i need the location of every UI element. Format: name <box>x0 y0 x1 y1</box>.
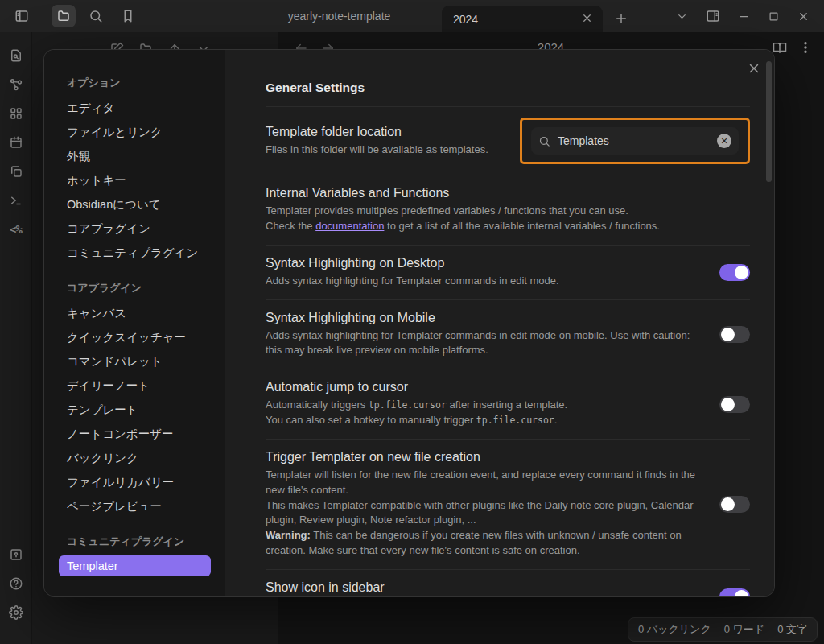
code-tp-file-cursor: tp.file.cursor <box>369 399 447 411</box>
sidebar-item-hotkeys[interactable]: ホットキー <box>59 169 211 192</box>
sidebar-item-templates[interactable]: テンプレート <box>59 398 211 422</box>
auto-jump-toggle[interactable] <box>719 396 750 413</box>
sidebar-item-community-plugins[interactable]: コミュニティプラグイン <box>59 242 211 265</box>
window-maximize-icon[interactable] <box>768 10 780 23</box>
sidebar-item-about[interactable]: Obsidianについて <box>59 193 211 217</box>
desc-text: This makes Templater compatible with oth… <box>266 499 694 526</box>
desc-text: Automatically triggers <box>266 398 369 411</box>
ribbon: <% <box>0 32 32 644</box>
sidebar-item-daily-notes[interactable]: デイリーノート <box>59 374 211 398</box>
setting-desc: Adds syntax highlighting for Templater c… <box>266 274 559 289</box>
setting-desc-line2-post: to get a list of all the available inter… <box>384 220 660 232</box>
sidebar-item-appearance[interactable]: 外観 <box>59 145 211 168</box>
reading-mode-icon[interactable] <box>772 40 787 55</box>
window-minimize-icon[interactable] <box>738 10 750 23</box>
search-icon <box>538 135 550 147</box>
desc-text: Templater will listen for the new file c… <box>266 469 695 496</box>
clear-input-icon[interactable]: ✕ <box>717 134 731 148</box>
setting-name: Syntax Highlighting on Mobile <box>266 311 700 325</box>
setting-syntax-mobile: Syntax Highlighting on Mobile Adds synta… <box>266 299 750 369</box>
tab-bar: yearly-note-template 2024 <box>237 0 676 32</box>
section-header-community-plugins: コミュニティプラグイン <box>59 535 211 549</box>
titlebar: yearly-note-template 2024 <box>0 0 824 32</box>
templates-copy-icon[interactable] <box>7 163 25 180</box>
file-search-icon[interactable] <box>7 47 25 64</box>
setting-name: Template folder location <box>266 125 488 139</box>
status-bar: 0 バックリンク 0 ワード 0 文字 <box>628 617 818 642</box>
settings-modal: オプション エディタ ファイルとリンク 外観 ホットキー Obsidianについ… <box>44 50 774 596</box>
sidebar-item-core-plugins[interactable]: コアプラグイン <box>59 217 211 241</box>
warning-text: This can be dangerous if you create new … <box>266 529 682 556</box>
sidebar-item-canvas[interactable]: キャンバス <box>59 302 211 325</box>
warning-label: Warning: <box>266 529 311 541</box>
setting-internal-variables: Internal Variables and Functions Templat… <box>266 175 750 245</box>
setting-show-icon-sidebar: Show icon in sidebar Show Templater icon… <box>266 569 750 596</box>
search-tab-icon[interactable] <box>84 5 108 27</box>
help-icon[interactable] <box>7 575 25 592</box>
desc-text: You can also set a hotkey to manually tr… <box>266 414 476 426</box>
tab-label: 2024 <box>453 13 478 26</box>
trigger-new-file-toggle[interactable] <box>719 496 750 513</box>
daily-note-calendar-icon[interactable] <box>7 134 25 151</box>
sidebar-item-file-recovery[interactable]: ファイルリカバリー <box>59 471 211 494</box>
sidebar-item-editor[interactable]: エディタ <box>59 97 211 120</box>
canvas-icon[interactable] <box>7 105 25 122</box>
desc-text: . <box>554 414 558 426</box>
left-sidebar-toggle-icon[interactable] <box>10 5 34 27</box>
setting-template-folder: Template folder location Files in this f… <box>266 106 750 175</box>
files-tab-icon[interactable] <box>52 5 76 27</box>
vault-switcher-icon[interactable] <box>7 546 25 564</box>
setting-name: Show icon in sidebar <box>266 580 672 595</box>
section-header-core-plugins: コアプラグイン <box>59 281 211 295</box>
settings-sidebar: オプション エディタ ファイルとリンク 外観 ホットキー Obsidianについ… <box>44 50 225 596</box>
sidebar-item-templater[interactable]: Templater <box>59 555 211 576</box>
setting-name: Syntax Highlighting on Desktop <box>266 256 559 270</box>
word-count[interactable]: 0 ワード <box>724 622 764 637</box>
bookmarks-tab-icon[interactable] <box>116 5 140 27</box>
char-count[interactable]: 0 文字 <box>777 622 807 637</box>
sidebar-item-page-preview[interactable]: ページプレビュー <box>59 495 211 518</box>
modal-close-icon[interactable] <box>747 61 761 76</box>
tab-yearly-note-template[interactable]: yearly-note-template <box>237 0 442 32</box>
settings-gear-icon[interactable] <box>7 604 25 621</box>
section-header-options: オプション <box>59 76 211 90</box>
show-icon-toggle[interactable] <box>719 588 750 596</box>
template-folder-value: Templates <box>558 134 717 147</box>
desc-text: after inserting a template. <box>447 398 567 411</box>
setting-syntax-desktop: Syntax Highlighting on Desktop Adds synt… <box>266 245 750 299</box>
sidebar-item-quick-switcher[interactable]: クイックスイッチャー <box>59 326 211 349</box>
backlink-count[interactable]: 0 バックリンク <box>638 622 711 637</box>
sidebar-item-note-composer[interactable]: ノートコンポーザー <box>59 423 211 446</box>
general-settings-heading: General Settings <box>266 80 750 95</box>
tab-list-chevron-icon[interactable] <box>676 10 688 23</box>
setting-desc: Files in this folder will be available a… <box>266 142 488 158</box>
sidebar-item-command-palette[interactable]: コマンドパレット <box>59 350 211 374</box>
sidebar-item-backlinks[interactable]: バックリンク <box>59 447 211 470</box>
annotation-highlight-box: Templates ✕ <box>520 118 750 164</box>
settings-content: General Settings Template folder locatio… <box>225 50 774 596</box>
setting-desc: Adds syntax highlighting for Templater c… <box>266 328 700 359</box>
documentation-link[interactable]: documentation <box>315 220 384 232</box>
tab-2024[interactable]: 2024 <box>442 6 603 32</box>
templater-ribbon-icon[interactable]: <% <box>7 221 25 238</box>
new-tab-icon[interactable] <box>609 6 633 31</box>
syntax-mobile-toggle[interactable] <box>719 326 750 343</box>
terminal-icon[interactable] <box>7 192 25 209</box>
tab-label: yearly-note-template <box>288 10 391 23</box>
modal-scrollbar[interactable] <box>766 61 772 182</box>
more-options-icon[interactable] <box>798 40 813 55</box>
window-close-icon[interactable] <box>797 10 810 23</box>
setting-auto-jump-cursor: Automatic jump to cursor Automatically t… <box>266 369 750 439</box>
setting-desc-line1: Templater provides multiples predefined … <box>266 204 628 217</box>
template-folder-input[interactable]: Templates ✕ <box>531 127 739 155</box>
obsidian-window: yearly-note-template 2024 <box>0 0 824 644</box>
setting-name: Internal Variables and Functions <box>266 186 660 200</box>
setting-name: Trigger Templater on new file creation <box>266 450 700 464</box>
setting-name: Automatic jump to cursor <box>266 380 567 394</box>
sidebar-item-files-links[interactable]: ファイルとリンク <box>59 121 211 144</box>
syntax-desktop-toggle[interactable] <box>719 264 750 281</box>
tab-close-icon[interactable] <box>581 12 593 24</box>
graph-view-icon[interactable] <box>7 76 25 93</box>
setting-trigger-on-new-file: Trigger Templater on new file creation T… <box>266 439 750 569</box>
right-sidebar-toggle-icon[interactable] <box>706 9 720 23</box>
